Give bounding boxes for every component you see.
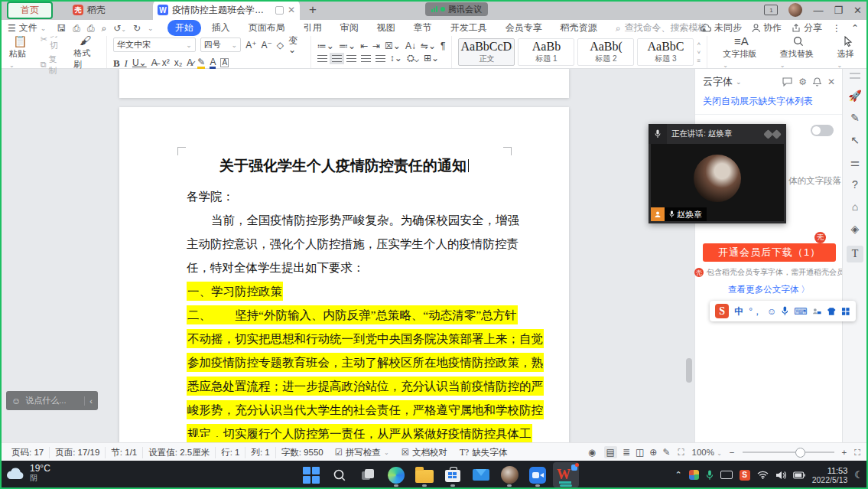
styles-scroll[interactable]: ˄˅≡ xyxy=(697,41,701,64)
bell-icon[interactable] xyxy=(813,77,821,86)
collaborate-button[interactable]: 协作 xyxy=(752,21,782,34)
char-shading-icon[interactable]: A̷ xyxy=(187,58,193,67)
menu-item[interactable]: 视图 xyxy=(369,20,403,36)
drag-handle-icon[interactable] xyxy=(850,73,860,79)
justify-icon[interactable] xyxy=(361,55,371,62)
file-menu[interactable]: ☰ 文件 ⌄ xyxy=(8,21,46,34)
menu-item[interactable]: 会员专享 xyxy=(498,20,550,36)
moon-dnd-icon[interactable]: ☾ xyxy=(854,469,863,481)
asian-layout-icon[interactable]: ☒⌄ xyxy=(385,41,401,51)
menu-item[interactable]: 审阅 xyxy=(333,20,366,36)
tray-expand-icon[interactable]: ⌃ xyxy=(675,470,681,480)
menu-item[interactable]: 开发工具 xyxy=(443,20,495,36)
bold-icon[interactable]: B xyxy=(113,58,120,68)
text-tool-button[interactable]: T xyxy=(847,246,863,262)
new-tab-button[interactable]: + xyxy=(309,2,317,18)
align-left-icon[interactable] xyxy=(317,55,327,62)
passport-icon[interactable] xyxy=(812,307,821,316)
superscript-icon[interactable]: x² xyxy=(162,58,170,67)
paste-button[interactable]: 📋 粘贴 ⌄ xyxy=(6,35,34,69)
align-right-icon[interactable] xyxy=(346,55,356,62)
menu-item[interactable]: 开始 xyxy=(167,20,201,36)
direction-icon[interactable]: ⇋⌄ xyxy=(421,41,436,51)
collapse-ribbon-icon[interactable]: ⌃ xyxy=(851,23,859,34)
highlight-missing-fonts-toggle[interactable] xyxy=(811,125,834,136)
text-layout-button[interactable]: ≡A 文字排版 ⌄ xyxy=(720,35,763,69)
missing-fonts-button[interactable]: T? 缺失字体 xyxy=(454,447,513,458)
tab-docer[interactable]: 壳 稻壳 xyxy=(73,4,106,17)
proofread-button[interactable]: ☒ 文档校对 xyxy=(395,447,454,458)
rocket-icon[interactable]: 🚀 xyxy=(848,90,861,101)
navigation-icon[interactable]: ◈ xyxy=(851,223,860,234)
web-view-icon[interactable]: ⊕ xyxy=(649,447,657,458)
border-icon[interactable]: ⊞⌄ xyxy=(424,54,439,63)
zoom-slider[interactable] xyxy=(743,452,834,453)
align-center-icon[interactable] xyxy=(332,55,342,62)
store-icon[interactable]: ⌂ xyxy=(852,201,858,212)
screen-share-icon[interactable] xyxy=(720,471,733,479)
taskbar-search[interactable] xyxy=(327,462,353,487)
participant-video[interactable]: 赵焕章 xyxy=(649,144,786,223)
sogou-ime-bar[interactable]: S 中 °， ☺ ⌨ xyxy=(710,301,856,321)
clear-format-icon[interactable]: ◇ xyxy=(277,41,284,50)
volume-icon[interactable] xyxy=(775,471,786,480)
slider-settings-icon[interactable]: ⚌ xyxy=(850,157,860,168)
menu-item[interactable]: 稻壳资源 xyxy=(553,20,605,36)
ink-icon[interactable]: ✎ xyxy=(662,447,670,458)
meeting-overlay[interactable]: 正在讲话: 赵焕章 赵焕章 xyxy=(649,124,786,223)
zoom-in-button[interactable]: + xyxy=(842,448,847,457)
export-pdf-icon[interactable]: ⎙ xyxy=(73,23,80,34)
fullscreen-icon[interactable]: ⛶ xyxy=(854,448,860,458)
fit-page-icon[interactable]: ⛶ xyxy=(678,448,684,458)
soft-keyboard-icon[interactable]: ⌨ xyxy=(794,307,807,316)
document-workspace[interactable]: 关于强化学生个人疫情防控责任的通知 各学院： 当前，全国疫情防控形势严峻复杂。为… xyxy=(0,68,694,442)
select-button[interactable]: 选择 ⌄ xyxy=(834,36,862,69)
chinese-mode-icon[interactable]: 中 xyxy=(734,307,743,316)
colors-app-icon[interactable] xyxy=(689,470,699,480)
account-avatar[interactable] xyxy=(788,3,802,17)
meeting-indicator[interactable]: 腾讯会议 xyxy=(425,2,488,16)
decrease-font-icon[interactable]: A⁻ xyxy=(261,41,271,50)
panel-close-icon[interactable]: ✕ xyxy=(827,77,835,87)
collapse-chat-icon[interactable]: ‹ xyxy=(89,396,93,406)
sogou-tray-icon[interactable]: S xyxy=(740,470,750,481)
tab-close-icon[interactable]: ✕ xyxy=(288,5,295,15)
style-preset[interactable]: AaBbCcDc 正文 xyxy=(458,38,515,66)
menu-item[interactable]: 引用 xyxy=(296,20,330,36)
wifi-icon[interactable] xyxy=(757,471,769,479)
task-view-button[interactable] xyxy=(355,462,381,487)
tab-layout-icon[interactable]: 1 xyxy=(764,5,778,15)
tencent-meeting-button[interactable] xyxy=(525,462,551,487)
pen-icon[interactable]: ✎ xyxy=(850,112,860,123)
page-view-icon[interactable]: ▤ xyxy=(604,446,617,458)
menu-item[interactable]: 插入 xyxy=(204,20,238,36)
help-icon[interactable]: ? xyxy=(852,179,858,190)
outline-view-icon[interactable]: ≣ xyxy=(623,447,630,458)
number-list-icon[interactable]: ≕⌄ xyxy=(339,41,356,51)
zoom-slider-knob[interactable] xyxy=(795,448,805,458)
strikethrough-icon[interactable]: A̶ xyxy=(151,58,158,67)
show-marks-icon[interactable]: ¶ xyxy=(441,41,445,51)
highlight-color-icon[interactable]: ✎ xyxy=(197,57,205,69)
vertical-scrollbar-thumb[interactable] xyxy=(686,358,692,383)
save-icon[interactable]: 🖫 xyxy=(57,23,66,34)
skin-icon[interactable] xyxy=(827,307,837,316)
style-preset[interactable]: AaBb( 标题 2 xyxy=(577,38,634,66)
subscript-icon[interactable]: x₂ xyxy=(174,58,183,67)
print-preview-icon[interactable]: ⌕ xyxy=(102,23,107,34)
menu-item[interactable]: 页面布局 xyxy=(241,20,293,36)
eye-protect-icon[interactable]: ◉ xyxy=(589,447,597,458)
increase-indent-icon[interactable]: ⇥ xyxy=(372,41,380,51)
panel-title-dropdown-icon[interactable]: ⌄ xyxy=(736,78,742,86)
minimize-button[interactable]: — xyxy=(813,5,823,15)
emoji-icon[interactable]: ☺ xyxy=(767,307,776,316)
punctuation-icon[interactable]: °， xyxy=(749,307,762,316)
start-button[interactable] xyxy=(298,462,324,487)
sogou-logo-icon[interactable]: S xyxy=(715,304,729,318)
document-page[interactable]: 关于强化学生个人疫情防控责任的通知 各学院： 当前，全国疫情防控形势严峻复杂。为… xyxy=(119,107,569,442)
voice-input-icon[interactable] xyxy=(782,306,788,316)
font-color-icon[interactable]: A xyxy=(210,57,216,69)
line-spacing-icon[interactable]: ↕⌄ xyxy=(390,54,402,63)
edge-button[interactable] xyxy=(383,462,409,487)
mail-button[interactable] xyxy=(468,462,494,487)
